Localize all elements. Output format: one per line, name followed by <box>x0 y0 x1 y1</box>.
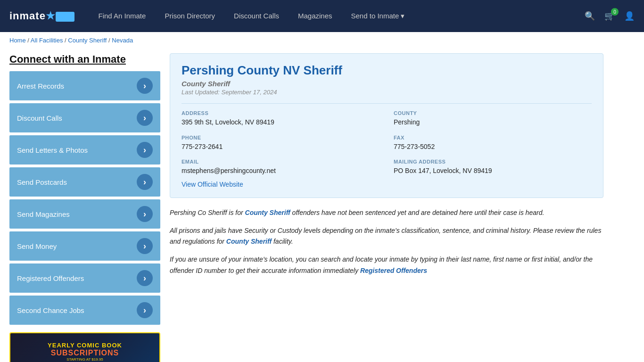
county-value: Pershing <box>394 118 592 127</box>
sidebar-item-label: Send Magazines <box>17 210 70 218</box>
facility-name: Pershing County NV Sheriff <box>182 63 592 78</box>
sidebar-item-label: Discount Calls <box>17 114 62 122</box>
facility-type: County Sheriff <box>182 80 592 88</box>
para1-post: offenders have not been sentenced yet an… <box>290 209 545 216</box>
mailing-label: MAILING ADDRESS <box>394 159 592 165</box>
registered-offenders-link[interactable]: Registered Offenders <box>360 267 427 274</box>
county-label: COUNTY <box>394 110 592 116</box>
para1-pre: Pershing Co Sheriff is for <box>170 209 245 216</box>
fax-value: 775-273-5052 <box>394 142 592 152</box>
sidebar-item-send-money[interactable]: Send Money › <box>9 231 160 261</box>
sidebar-item-label: Arrest Records <box>17 82 64 90</box>
main-content: Pershing County NV Sheriff County Sherif… <box>170 53 603 362</box>
county-field: COUNTY Pershing <box>394 110 592 127</box>
nav-find-inmate[interactable]: Find An Inmate <box>98 12 146 20</box>
nav-send-to-inmate[interactable]: Send to Inmate ▾ <box>351 12 405 20</box>
arrow-icon: › <box>137 110 153 126</box>
breadcrumb-all-facilities[interactable]: All Facilities <box>31 37 63 44</box>
sidebar-item-send-magazines[interactable]: Send Magazines › <box>9 199 160 229</box>
sidebar-item-label: Registered Offenders <box>17 274 84 282</box>
arrow-icon: › <box>137 238 153 254</box>
ad-subtitle: Starting at $19.95 <box>66 357 103 362</box>
sidebar-item-arrest-records[interactable]: Arrest Records › <box>9 71 160 100</box>
description-para3: If you are unsure of your inmate’s locat… <box>170 254 603 277</box>
info-grid: ADDRESS 395 9th St, Lovelock, NV 89419 C… <box>182 103 592 176</box>
main-layout: Connect with an Inmate Arrest Records › … <box>0 49 613 362</box>
sidebar-title: Connect with an Inmate <box>9 53 160 66</box>
breadcrumb-home[interactable]: Home <box>9 37 26 44</box>
address-value: 395 9th St, Lovelock, NV 89419 <box>182 118 380 127</box>
cart-badge: 0 <box>611 8 619 16</box>
sidebar-item-send-letters[interactable]: Send Letters & Photos › <box>9 135 160 165</box>
arrow-icon: › <box>137 206 153 222</box>
breadcrumb-nevada[interactable]: Nevada <box>112 37 133 44</box>
county-sheriff-link-1: County Sheriff <box>245 209 290 216</box>
main-nav: Find An Inmate Prison Directory Discount… <box>98 12 570 20</box>
phone-label: PHONE <box>182 135 380 140</box>
email-label: EMAIL <box>182 159 380 165</box>
sidebar-item-second-chance-jobs[interactable]: Second Chance Jobs › <box>9 296 160 325</box>
sidebar-item-discount-calls[interactable]: Discount Calls › <box>9 103 160 132</box>
address-label: ADDRESS <box>182 110 380 116</box>
logo-aid: AID <box>56 12 75 22</box>
sidebar-item-label: Send Postcards <box>17 178 67 186</box>
breadcrumb: Home / All Facilities / County Sheriff /… <box>0 32 644 49</box>
sidebar-item-send-postcards[interactable]: Send Postcards › <box>9 167 160 197</box>
phone-field: PHONE 775-273-2641 <box>182 135 380 152</box>
user-icon[interactable]: 👤 <box>624 11 635 21</box>
fax-label: FAX <box>394 135 592 140</box>
main-header: inmate★AID Find An Inmate Prison Directo… <box>0 0 644 32</box>
phone-value: 775-273-2641 <box>182 142 380 152</box>
nav-discount-calls[interactable]: Discount Calls <box>234 12 279 20</box>
logo[interactable]: inmate★AID <box>9 10 74 22</box>
ad-banner[interactable]: Yearly Comic Book Subscriptions Starting… <box>9 332 160 362</box>
ad-title-1: Yearly Comic Book <box>48 342 122 349</box>
county-sheriff-link-2: County Sheriff <box>226 238 272 245</box>
mailing-field: MAILING ADDRESS PO Box 147, Lovelock, NV… <box>394 159 592 176</box>
sidebar-item-label: Send Letters & Photos <box>17 146 88 154</box>
sidebar-item-registered-offenders[interactable]: Registered Offenders › <box>9 263 160 293</box>
search-icon[interactable]: 🔍 <box>585 11 595 21</box>
email-field: EMAIL mstephens@pershingcounty.net <box>182 159 380 176</box>
logo-text: inmate★AID <box>9 10 74 22</box>
mailing-value: PO Box 147, Lovelock, NV 89419 <box>394 166 592 176</box>
address-field: ADDRESS 395 9th St, Lovelock, NV 89419 <box>182 110 380 127</box>
arrow-icon: › <box>137 270 153 286</box>
arrow-icon: › <box>137 302 153 318</box>
arrow-icon: › <box>137 142 153 158</box>
sidebar-item-label: Second Chance Jobs <box>17 306 84 314</box>
para2-post: facility. <box>272 238 293 245</box>
website-link[interactable]: View Official Website <box>182 181 243 188</box>
cart-icon[interactable]: 🛒 0 <box>604 11 615 21</box>
description-para2: All prisons and jails have Security or C… <box>170 225 603 248</box>
header-icons: 🔍 🛒 0 👤 <box>585 11 635 21</box>
description-para1: Pershing Co Sheriff is for County Sherif… <box>170 207 603 219</box>
sidebar: Connect with an Inmate Arrest Records › … <box>9 53 160 362</box>
arrow-icon: › <box>137 174 153 190</box>
facility-updated: Last Updated: September 17, 2024 <box>182 89 592 96</box>
description: Pershing Co Sheriff is for County Sherif… <box>170 207 603 277</box>
sidebar-item-label: Send Money <box>17 242 57 250</box>
nav-prison-directory[interactable]: Prison Directory <box>165 12 215 20</box>
nav-magazines[interactable]: Magazines <box>298 12 332 20</box>
arrow-icon: › <box>137 78 153 94</box>
fax-field: FAX 775-273-5052 <box>394 135 592 152</box>
ad-title-2: Subscriptions <box>51 349 119 357</box>
breadcrumb-county-sheriff[interactable]: County Sheriff <box>68 37 107 44</box>
facility-card: Pershing County NV Sheriff County Sherif… <box>170 53 603 198</box>
email-value: mstephens@pershingcounty.net <box>182 166 380 176</box>
